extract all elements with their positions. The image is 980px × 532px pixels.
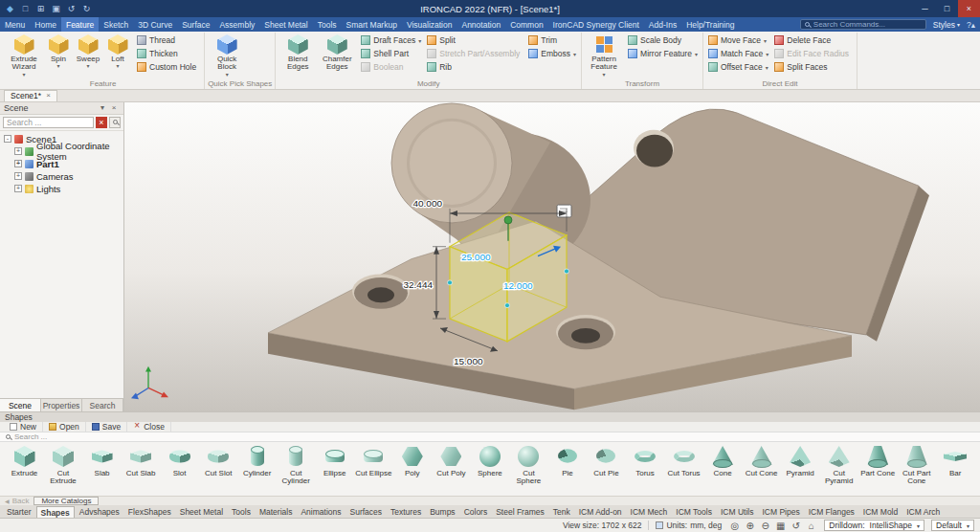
ribbon-big-button[interactable]: Pattern Feature bbox=[585, 33, 623, 78]
edge-handle[interactable] bbox=[505, 302, 510, 307]
dimension-width[interactable]: 40.000 bbox=[412, 198, 442, 209]
catalog-item[interactable]: Cut Cylinder bbox=[278, 444, 315, 486]
catalog-tab[interactable]: Colors bbox=[460, 506, 492, 518]
ribbon-big-button[interactable]: Extrude Wizard bbox=[5, 33, 43, 78]
catalog-item[interactable]: Cut Part Cone bbox=[898, 444, 935, 486]
dimension-offset[interactable]: 25.000 bbox=[461, 251, 491, 261]
ribbon-big-button[interactable]: Blend Edges bbox=[278, 33, 317, 78]
ribbon-big-button[interactable]: Sweep bbox=[74, 33, 102, 78]
catalog-tab[interactable]: ICM Tools bbox=[672, 506, 716, 518]
catalog-item[interactable]: Sphere bbox=[471, 444, 508, 477]
catalog-tab[interactable]: Advshapes bbox=[76, 506, 123, 518]
expander-icon[interactable]: + bbox=[14, 172, 22, 180]
ribbon-big-button[interactable]: Chamfer Edges bbox=[318, 33, 356, 78]
catalog-tab[interactable]: Tools bbox=[228, 506, 255, 518]
open-icon[interactable]: ⊞ bbox=[33, 0, 48, 17]
resize-handle[interactable] bbox=[504, 216, 512, 224]
panel-tab[interactable]: Properties bbox=[41, 399, 82, 411]
ribbon-small-button[interactable]: Scale Body bbox=[626, 33, 700, 47]
ribbon-small-button[interactable]: Emboss bbox=[526, 47, 578, 60]
new-icon[interactable]: □ bbox=[18, 0, 33, 17]
catalog-tab[interactable]: Surfaces bbox=[345, 506, 386, 518]
ribbon-big-button[interactable]: Loft bbox=[103, 33, 132, 78]
catalog-tab[interactable]: ICM Utils bbox=[717, 506, 757, 518]
ribbon-tab[interactable]: 3D Curve bbox=[133, 17, 177, 32]
catalog-tab[interactable]: Bumps bbox=[426, 506, 458, 518]
dimension-height[interactable]: 32.444 bbox=[403, 279, 433, 290]
close-icon[interactable] bbox=[46, 92, 51, 100]
catalog-item[interactable]: Cut Slot bbox=[200, 444, 237, 477]
ribbon-small-button[interactable]: Boolean bbox=[359, 60, 423, 74]
styles-dropdown[interactable]: Styles bbox=[933, 20, 960, 30]
viewport-canvas[interactable]: 40.000 32.444 15.000 25.000 12.000 bbox=[124, 102, 980, 411]
dimension-depth[interactable]: 15.000 bbox=[454, 355, 483, 366]
catalog-item[interactable]: Bar bbox=[937, 444, 974, 477]
catalog-tab[interactable]: ICM Mech bbox=[627, 506, 672, 518]
minimize-ribbon-icon[interactable]: ▴ bbox=[971, 20, 975, 30]
catalog-item[interactable]: Cut Extrude bbox=[45, 444, 82, 486]
ribbon-tab[interactable]: Surface bbox=[177, 17, 214, 32]
catalog-tab[interactable]: ICM Arch bbox=[902, 506, 944, 518]
command-search-input[interactable]: Search Commands... bbox=[800, 19, 926, 30]
part-model[interactable] bbox=[268, 103, 929, 410]
render-style-dropdown[interactable]: Default bbox=[931, 520, 974, 531]
ribbon-small-button[interactable]: Move Face bbox=[706, 33, 770, 47]
save-icon[interactable]: ▣ bbox=[49, 0, 63, 17]
catalog-item[interactable]: Cut Pyramid bbox=[820, 444, 858, 486]
catalog-search-input[interactable]: Search ... bbox=[0, 432, 980, 442]
ribbon-tab[interactable]: Help/Training bbox=[681, 17, 739, 32]
catalog-tab[interactable]: Steel Frames bbox=[492, 506, 548, 518]
redo-icon[interactable]: ↻ bbox=[79, 0, 94, 17]
ribbon-tab[interactable]: Add-Ins bbox=[644, 17, 681, 32]
scene-search-input[interactable]: Search ... bbox=[3, 117, 94, 128]
expander-icon[interactable]: + bbox=[14, 160, 22, 167]
catalog-toolbar-button[interactable]: Save bbox=[86, 422, 127, 432]
ribbon-small-button[interactable]: Split bbox=[425, 33, 524, 47]
maximize-button[interactable]: □ bbox=[936, 0, 958, 17]
catalog-tab[interactable]: ICM Pipes bbox=[758, 506, 803, 518]
home-view-icon[interactable]: ⌂ bbox=[805, 521, 817, 531]
ribbon-small-button[interactable]: Offset Face bbox=[706, 60, 770, 74]
catalog-item[interactable]: Cylinder bbox=[238, 444, 276, 477]
ribbon-small-button[interactable]: Stretch Part/Assembly bbox=[425, 47, 524, 60]
catalog-item[interactable]: Ellipse bbox=[316, 444, 353, 477]
ribbon-small-button[interactable]: Mirror Feature bbox=[626, 47, 700, 60]
ribbon-big-button[interactable]: Quick Block bbox=[208, 33, 246, 78]
catalog-item[interactable]: Cut Cone bbox=[743, 444, 780, 477]
app-icon[interactable]: ◆ bbox=[3, 0, 17, 17]
catalog-tab[interactable]: Shapes bbox=[36, 506, 75, 518]
catalog-toolbar-button[interactable]: New bbox=[4, 422, 43, 432]
catalog-tab[interactable]: ICM Add-on bbox=[575, 506, 626, 518]
catalog-item[interactable]: Slot bbox=[161, 444, 198, 477]
clear-search-button[interactable] bbox=[96, 117, 107, 128]
ribbon-tab[interactable]: Annotation bbox=[457, 17, 505, 32]
edge-handle[interactable] bbox=[565, 269, 569, 274]
ribbon-tab[interactable]: Sketch bbox=[99, 17, 133, 32]
catalog-tab[interactable]: ICM Flanges bbox=[805, 506, 858, 518]
ribbon-small-button[interactable]: Thread bbox=[135, 33, 201, 47]
catalog-item[interactable]: Cut Torus bbox=[665, 444, 702, 477]
ribbon-small-button[interactable]: Edit Face Radius bbox=[772, 47, 854, 60]
snap-target-icon[interactable]: ◎ bbox=[728, 521, 741, 531]
panel-menu-icon[interactable] bbox=[97, 103, 108, 112]
zoom-in-icon[interactable]: ⊕ bbox=[744, 521, 756, 531]
expander-icon[interactable]: + bbox=[14, 185, 22, 192]
ribbon-tab[interactable]: Tools bbox=[313, 17, 342, 32]
orbit-icon[interactable]: ↺ bbox=[790, 521, 802, 531]
panel-tab[interactable]: Scene bbox=[0, 399, 41, 411]
ribbon-small-button[interactable]: Match Face bbox=[706, 47, 770, 60]
tree-node[interactable]: + Lights bbox=[0, 183, 123, 195]
catalog-item[interactable]: Pie bbox=[548, 444, 586, 477]
ribbon-big-button[interactable]: Spin bbox=[44, 33, 73, 78]
drilldown-dropdown[interactable]: Drilldown: IntelliShape bbox=[824, 520, 924, 531]
catalog-item[interactable]: Pyramid bbox=[782, 444, 819, 477]
catalog-item[interactable]: Part Cone bbox=[859, 444, 897, 477]
catalog-tab[interactable]: Sheet Metal bbox=[176, 506, 227, 518]
ribbon-small-button[interactable]: Custom Hole bbox=[135, 60, 201, 74]
catalog-item[interactable]: Cone bbox=[704, 444, 742, 477]
ribbon-small-button[interactable]: Split Faces bbox=[772, 60, 854, 74]
ribbon-small-button[interactable]: Rib bbox=[425, 60, 524, 74]
ribbon-tab[interactable]: Common bbox=[505, 17, 547, 32]
ribbon-tab[interactable]: IronCAD Synergy Client bbox=[548, 17, 644, 32]
ribbon-tab[interactable]: Home bbox=[30, 17, 61, 32]
